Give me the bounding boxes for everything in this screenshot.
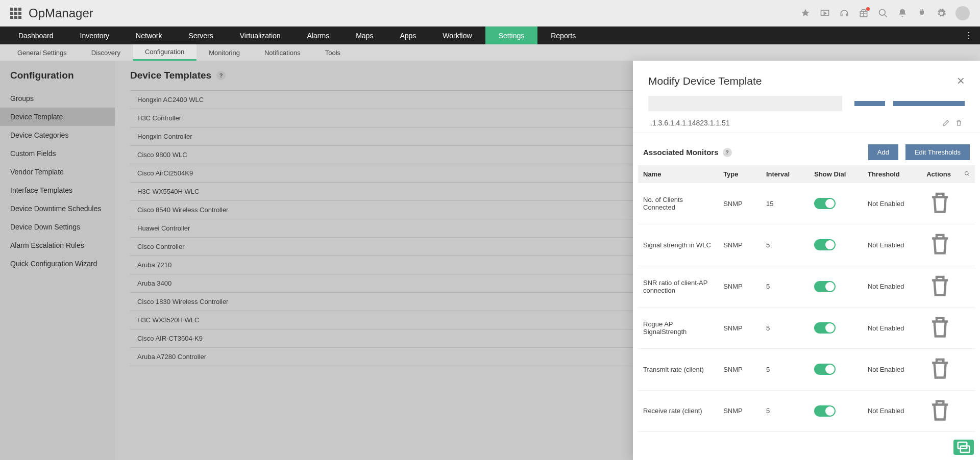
monitors-table: Name Type Interval Show Dial Threshold A… (638, 165, 975, 432)
subnav-notifications[interactable]: Notifications (252, 44, 313, 61)
monitor-type: SNMP (718, 266, 761, 307)
edit-thresholds-button[interactable]: Edit Thresholds (905, 144, 970, 160)
show-dial-toggle[interactable] (814, 322, 836, 334)
user-avatar[interactable] (955, 6, 970, 20)
nav-dashboard[interactable]: Dashboard (5, 27, 67, 44)
edit-icon[interactable] (942, 118, 950, 127)
sidebar-item-vendor-template[interactable]: Vendor Template (0, 163, 115, 181)
modify-template-panel: Modify Device Template × .1.3.6.1.4.1.14… (633, 61, 980, 460)
col-dial: Show Dial (809, 165, 863, 183)
gift-icon[interactable] (859, 8, 869, 18)
monitor-interval: 5 (761, 224, 809, 266)
monitor-type: SNMP (718, 183, 761, 224)
help-icon[interactable]: ? (216, 71, 226, 80)
show-dial-toggle[interactable] (814, 239, 836, 250)
show-dial-toggle[interactable] (814, 281, 836, 292)
monitor-row: Signal strength in WLC SNMP 5 Not Enable… (638, 224, 975, 266)
subnav-general-settings[interactable]: General Settings (5, 44, 79, 61)
nav-network[interactable]: Network (122, 27, 175, 44)
delete-monitor-icon[interactable] (926, 417, 953, 425)
monitor-interval: 5 (761, 349, 809, 390)
monitor-name: Transmit rate (client) (638, 349, 718, 390)
subnav-tools[interactable]: Tools (313, 44, 353, 61)
monitor-row: SNR ratio of client-AP connection SNMP 5… (638, 266, 975, 307)
sidebar-item-device-categories[interactable]: Device Categories (0, 126, 115, 144)
monitor-name: No. of Clients Connected (638, 183, 718, 224)
nav-workflow[interactable]: Workflow (429, 27, 485, 44)
sidebar-item-device-template[interactable]: Device Template (0, 108, 115, 126)
show-dial-toggle[interactable] (814, 405, 836, 417)
present-icon[interactable] (820, 8, 830, 18)
monitor-interval: 5 (761, 307, 809, 348)
oid-value: .1.3.6.1.4.1.14823.1.1.51 (650, 119, 730, 127)
sidebar-item-alarm-escalation-rules[interactable]: Alarm Escalation Rules (0, 236, 115, 254)
monitor-interval: 15 (761, 183, 809, 224)
monitor-threshold: Not Enabled (863, 266, 921, 307)
monitor-row: Rogue AP SignalStrength SNMP 5 Not Enabl… (638, 307, 975, 348)
panel-title: Modify Device Template (648, 75, 762, 87)
brand-title: OpManager (29, 6, 93, 20)
monitor-type: SNMP (718, 224, 761, 266)
sidebar-item-quick-configuration-wizard[interactable]: Quick Configuration Wizard (0, 254, 115, 273)
subnav-configuration[interactable]: Configuration (133, 44, 197, 61)
config-sidebar: Configuration GroupsDevice TemplateDevic… (0, 61, 115, 460)
chat-widget-icon[interactable] (953, 440, 974, 455)
col-name: Name (638, 165, 718, 183)
nav-reports[interactable]: Reports (537, 27, 589, 44)
apps-grid-icon[interactable] (10, 8, 21, 19)
nav-alarms[interactable]: Alarms (294, 27, 343, 44)
close-icon[interactable]: × (957, 73, 965, 89)
nav-maps[interactable]: Maps (342, 27, 386, 44)
plug-icon[interactable] (917, 8, 927, 18)
col-type: Type (718, 165, 761, 183)
monitor-row: No. of Clients Connected SNMP 15 Not Ena… (638, 183, 975, 224)
delete-monitor-icon[interactable] (926, 209, 953, 218)
search-icon[interactable] (878, 8, 888, 18)
sidebar-item-groups[interactable]: Groups (0, 89, 115, 108)
nav-virtualization[interactable]: Virtualization (227, 27, 294, 44)
col-actions: Actions (921, 165, 959, 183)
nav-inventory[interactable]: Inventory (67, 27, 123, 44)
bell-icon[interactable] (897, 8, 908, 18)
add-button[interactable]: Add (868, 144, 898, 160)
top-right-icons (800, 6, 970, 20)
col-search[interactable] (959, 165, 975, 183)
delete-monitor-icon[interactable] (926, 375, 953, 384)
nav-more-icon[interactable]: ⋮ (958, 27, 980, 44)
delete-monitor-icon[interactable] (926, 251, 953, 260)
help-icon[interactable]: ? (723, 148, 732, 157)
subnav-discovery[interactable]: Discovery (79, 44, 133, 61)
headset-icon[interactable] (839, 8, 849, 18)
monitor-type: SNMP (718, 390, 761, 431)
main-nav: DashboardInventoryNetworkServersVirtuali… (0, 27, 980, 44)
monitor-interval: 5 (761, 266, 809, 307)
rocket-icon[interactable] (800, 8, 811, 18)
oid-action-button-2[interactable] (893, 101, 965, 106)
sidebar-item-device-down-settings[interactable]: Device Down Settings (0, 218, 115, 236)
nav-servers[interactable]: Servers (175, 27, 226, 44)
top-bar: OpManager (0, 0, 980, 27)
delete-icon[interactable] (955, 118, 963, 127)
monitor-interval: 5 (761, 390, 809, 431)
monitor-name: SNR ratio of client-AP connection (638, 266, 718, 307)
col-interval: Interval (761, 165, 809, 183)
oid-input-placeholder[interactable] (648, 96, 842, 111)
nav-settings[interactable]: Settings (485, 27, 538, 44)
sidebar-item-device-downtime-schedules[interactable]: Device Downtime Schedules (0, 199, 115, 218)
show-dial-toggle[interactable] (814, 198, 836, 209)
subnav-monitoring[interactable]: Monitoring (197, 44, 252, 61)
nav-apps[interactable]: Apps (386, 27, 429, 44)
oid-action-button-1[interactable] (854, 101, 885, 106)
gear-icon[interactable] (936, 8, 946, 18)
associated-monitors-title: Associated Monitors ? (643, 148, 732, 157)
sidebar-item-interface-templates[interactable]: Interface Templates (0, 181, 115, 199)
content-area: Configuration GroupsDevice TemplateDevic… (0, 61, 980, 460)
monitor-type: SNMP (718, 307, 761, 348)
oid-row: .1.3.6.1.4.1.14823.1.1.51 (633, 113, 980, 133)
delete-monitor-icon[interactable] (926, 292, 953, 301)
sidebar-item-custom-fields[interactable]: Custom Fields (0, 144, 115, 163)
delete-monitor-icon[interactable] (926, 334, 953, 342)
monitor-threshold: Not Enabled (863, 183, 921, 224)
show-dial-toggle[interactable] (814, 364, 836, 375)
svg-point-3 (965, 171, 968, 175)
